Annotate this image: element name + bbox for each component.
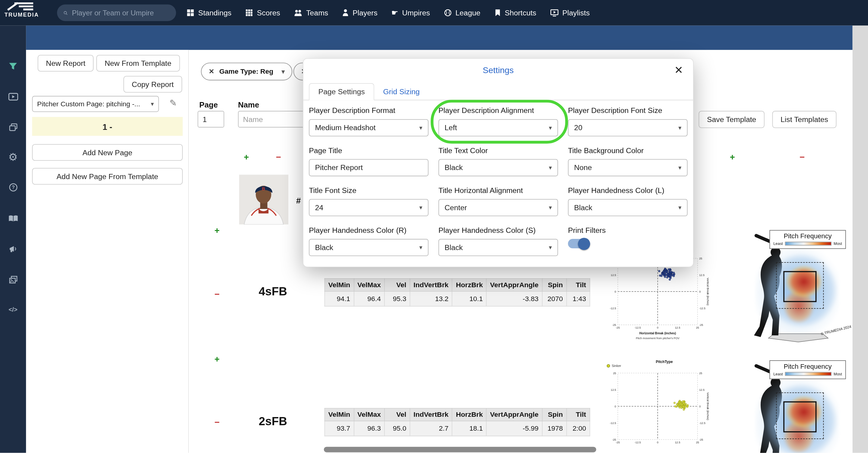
svg-text:-12.5: -12.5 bbox=[634, 441, 641, 444]
nav-item-shortcuts[interactable]: Shortcuts bbox=[494, 8, 536, 17]
heatmap-title-box: Pitch Frequency Least Most bbox=[769, 360, 846, 379]
col-header: VelMax bbox=[354, 278, 384, 291]
cell: 1:43 bbox=[566, 291, 590, 307]
strike-zone-inner bbox=[783, 401, 816, 432]
cell: 93.7 bbox=[325, 421, 354, 436]
svg-text:Horizontal Break (inches): Horizontal Break (inches) bbox=[640, 332, 676, 335]
vertical-scrollbar[interactable] bbox=[852, 25, 868, 453]
code-icon[interactable]: </> bbox=[0, 301, 26, 318]
active-page-row[interactable]: 1 - bbox=[32, 117, 183, 136]
col-header: Vel bbox=[384, 278, 410, 291]
scale-most-label: Most bbox=[834, 372, 842, 376]
player-description-alignment-select[interactable]: Left ▾ bbox=[438, 119, 558, 137]
player-description-font-size-select[interactable]: 20 ▾ bbox=[568, 119, 687, 137]
svg-text:0: 0 bbox=[699, 405, 701, 408]
svg-text:12.5: 12.5 bbox=[699, 274, 705, 277]
blue-header-band bbox=[26, 25, 852, 50]
help-icon[interactable]: ? bbox=[0, 179, 26, 196]
trumedia-logo-icon bbox=[4, 2, 43, 11]
field-player-description-format: Player Description Format Medium Headsho… bbox=[309, 106, 428, 136]
new-report-button[interactable]: New Report bbox=[38, 55, 94, 72]
svg-text:25: 25 bbox=[699, 257, 702, 260]
close-icon[interactable]: ✕ bbox=[209, 68, 214, 76]
field-player-description-alignment: Player Description Alignment Left ▾ bbox=[438, 106, 558, 136]
copy-report-button[interactable]: Copy Report bbox=[123, 76, 182, 92]
nav-item-umpires[interactable]: ☛ Umpires bbox=[391, 8, 430, 17]
chevron-down-icon: ▾ bbox=[678, 164, 681, 171]
chevron-down-icon: ▾ bbox=[549, 124, 552, 131]
col-header: IndVertBrk bbox=[410, 278, 452, 291]
title-horizontal-alignment-select[interactable]: Center ▾ bbox=[438, 199, 558, 216]
megaphone-icon[interactable] bbox=[0, 241, 26, 257]
modal-title: Settings bbox=[303, 65, 693, 76]
player-handedness-color-l-select[interactable]: Black ▾ bbox=[568, 199, 687, 216]
remove-section-button[interactable]: − bbox=[212, 418, 222, 427]
book-icon[interactable] bbox=[0, 210, 26, 227]
title-font-size-select[interactable]: 24 ▾ bbox=[309, 199, 428, 216]
search-icon bbox=[64, 9, 67, 16]
heatmap-gradient bbox=[785, 242, 832, 246]
nav-label: League bbox=[456, 8, 480, 17]
player-description-format-select[interactable]: Medium Headshot ▾ bbox=[309, 119, 428, 137]
library-icon[interactable] bbox=[0, 119, 26, 135]
tab-page-settings[interactable]: Page Settings bbox=[309, 83, 374, 100]
player-handedness-color-r-select[interactable]: Black ▾ bbox=[309, 239, 428, 256]
title-background-color-select[interactable]: None ▾ bbox=[568, 159, 687, 176]
remove-section-button[interactable]: − bbox=[212, 290, 222, 299]
tab-grid-sizing[interactable]: Grid Sizing bbox=[374, 83, 429, 100]
add-column-button[interactable]: + bbox=[727, 153, 737, 162]
gallery-icon[interactable] bbox=[0, 271, 26, 288]
save-template-button[interactable]: Save Template bbox=[699, 111, 765, 128]
search-input[interactable] bbox=[72, 8, 169, 17]
global-search[interactable] bbox=[57, 4, 176, 21]
svg-text:25: 25 bbox=[699, 372, 702, 375]
nav-item-playlists[interactable]: Playlists bbox=[550, 8, 590, 17]
col-header: Spin bbox=[542, 278, 566, 291]
cell: 95.3 bbox=[384, 291, 410, 307]
heatmap-title: Pitch Frequency bbox=[773, 362, 842, 370]
nav-label: Teams bbox=[306, 8, 328, 17]
custom-page-dropdown[interactable]: Pitcher Custom Page: pitching -... ▾ bbox=[32, 96, 159, 112]
col-header: VertApprAngle bbox=[487, 408, 542, 421]
name-column-header: Name bbox=[238, 100, 259, 109]
add-new-page-from-template-button[interactable]: Add New Page From Template bbox=[32, 168, 183, 185]
add-new-page-button[interactable]: Add New Page bbox=[32, 144, 183, 161]
select-value: None bbox=[574, 163, 675, 172]
nav-item-teams[interactable]: Teams bbox=[294, 8, 328, 17]
add-section-button[interactable]: + bbox=[212, 355, 222, 364]
nav-label: Shortcuts bbox=[505, 8, 536, 17]
table-header-row: VelMin VelMax Vel IndVertBrk HorzBrk Ver… bbox=[325, 278, 590, 291]
page-title-input[interactable]: Pitcher Report bbox=[309, 159, 428, 176]
video-icon[interactable] bbox=[0, 88, 26, 105]
nav-item-scores[interactable]: Scores bbox=[245, 8, 280, 17]
gear-icon[interactable]: ⚙ bbox=[0, 149, 26, 165]
umpire-hand-icon: ☛ bbox=[391, 9, 398, 17]
brand-text: TRUMEDIA bbox=[4, 12, 52, 18]
field-title-font-size: Title Font Size 24 ▾ bbox=[309, 186, 428, 216]
add-row-button[interactable]: + bbox=[241, 153, 251, 162]
edit-pencil-icon[interactable]: ✎ bbox=[169, 97, 177, 108]
page-name-input[interactable] bbox=[238, 111, 304, 128]
close-icon[interactable]: ✕ bbox=[674, 64, 683, 77]
new-from-template-button[interactable]: New From Template bbox=[96, 55, 180, 72]
player-handedness-color-s-select[interactable]: Black ▾ bbox=[438, 239, 558, 256]
list-templates-button[interactable]: List Templates bbox=[772, 111, 837, 128]
horizontal-scrollbar-thumb[interactable] bbox=[324, 447, 596, 452]
chevron-down-icon: ▾ bbox=[419, 204, 422, 211]
nav-item-players[interactable]: Players bbox=[342, 8, 378, 17]
select-value: Center bbox=[444, 203, 546, 212]
page-number-input[interactable] bbox=[197, 111, 224, 128]
trumedia-logo[interactable]: TRUMEDIA bbox=[4, 2, 52, 18]
nav-item-league[interactable]: League bbox=[444, 8, 480, 17]
standings-icon bbox=[187, 9, 194, 17]
nav-item-standings[interactable]: Standings bbox=[187, 8, 231, 17]
cell: 2070 bbox=[542, 291, 566, 307]
title-text-color-select[interactable]: Black ▾ bbox=[438, 159, 558, 176]
add-section-button[interactable]: + bbox=[212, 226, 222, 235]
print-filters-toggle[interactable] bbox=[568, 239, 588, 248]
sinker-legend-dot bbox=[607, 364, 610, 368]
remove-column-button[interactable]: − bbox=[797, 153, 807, 162]
filter-chip-game-type[interactable]: ✕ Game Type: Reg ▾ bbox=[201, 62, 292, 80]
remove-row-button[interactable]: − bbox=[274, 153, 283, 162]
filter-icon[interactable] bbox=[0, 58, 26, 74]
